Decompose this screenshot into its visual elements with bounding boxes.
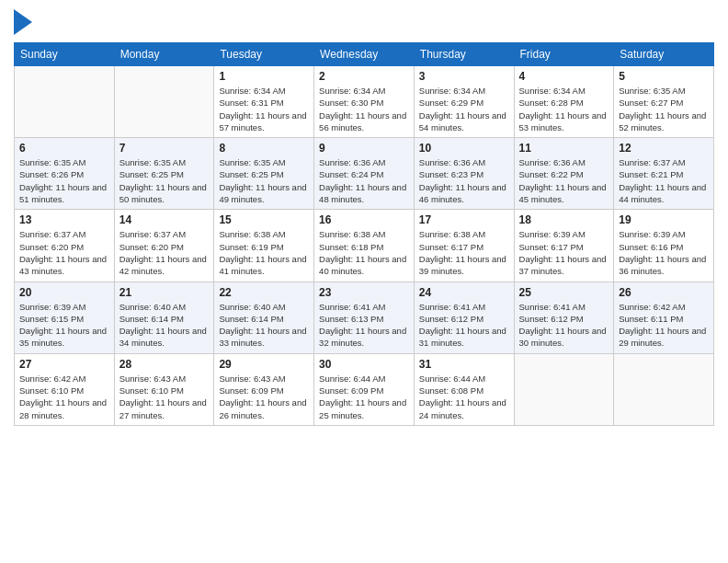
day-number: 12 [619,142,709,155]
day-info: Sunrise: 6:37 AM Sunset: 6:20 PM Dayligh… [19,228,109,277]
calendar-week-row: 6Sunrise: 6:35 AM Sunset: 6:26 PM Daylig… [15,138,714,210]
calendar-week-row: 20Sunrise: 6:39 AM Sunset: 6:15 PM Dayli… [15,282,714,353]
calendar-day-cell: 2Sunrise: 6:34 AM Sunset: 6:30 PM Daylig… [314,66,415,138]
day-number: 21 [119,286,210,299]
day-info: Sunrise: 6:34 AM Sunset: 6:31 PM Dayligh… [219,85,309,133]
day-number: 20 [19,286,109,299]
calendar-day-cell [15,66,115,138]
day-info: Sunrise: 6:35 AM Sunset: 6:25 PM Dayligh… [119,156,210,205]
calendar-day-cell: 17Sunrise: 6:38 AM Sunset: 6:17 PM Dayli… [414,210,514,282]
day-info: Sunrise: 6:39 AM Sunset: 6:15 PM Dayligh… [19,301,109,350]
day-info: Sunrise: 6:42 AM Sunset: 6:10 PM Dayligh… [19,373,109,421]
calendar-day-cell: 28Sunrise: 6:43 AM Sunset: 6:10 PM Dayli… [114,353,214,425]
calendar-day-cell: 18Sunrise: 6:39 AM Sunset: 6:17 PM Dayli… [514,210,614,282]
calendar-week-row: 1Sunrise: 6:34 AM Sunset: 6:31 PM Daylig… [15,66,714,138]
day-number: 17 [419,213,509,226]
day-number: 10 [419,142,509,155]
day-info: Sunrise: 6:41 AM Sunset: 6:13 PM Dayligh… [319,301,409,350]
calendar-week-row: 13Sunrise: 6:37 AM Sunset: 6:20 PM Dayli… [15,210,714,282]
calendar-table: SundayMondayTuesdayWednesdayThursdayFrid… [14,42,714,426]
day-info: Sunrise: 6:43 AM Sunset: 6:09 PM Dayligh… [219,373,309,421]
day-info: Sunrise: 6:38 AM Sunset: 6:17 PM Dayligh… [419,228,509,277]
day-info: Sunrise: 6:44 AM Sunset: 6:08 PM Dayligh… [419,373,509,421]
calendar-day-cell: 31Sunrise: 6:44 AM Sunset: 6:08 PM Dayli… [414,353,514,425]
page: SundayMondayTuesdayWednesdayThursdayFrid… [0,0,728,563]
day-number: 6 [19,142,109,155]
day-number: 5 [619,70,709,83]
day-of-week-header: Monday [114,43,214,66]
logo [14,9,36,35]
day-number: 13 [19,213,109,226]
calendar-day-cell: 12Sunrise: 6:37 AM Sunset: 6:21 PM Dayli… [614,138,714,210]
calendar-header-row: SundayMondayTuesdayWednesdayThursdayFrid… [15,43,714,66]
calendar-day-cell [514,353,614,425]
calendar-day-cell: 20Sunrise: 6:39 AM Sunset: 6:15 PM Dayli… [15,282,115,353]
calendar-day-cell: 22Sunrise: 6:40 AM Sunset: 6:14 PM Dayli… [214,282,314,353]
day-number: 29 [219,358,309,371]
day-number: 7 [119,142,210,155]
day-info: Sunrise: 6:43 AM Sunset: 6:10 PM Dayligh… [119,373,210,421]
day-info: Sunrise: 6:35 AM Sunset: 6:26 PM Dayligh… [19,156,109,205]
calendar-day-cell: 19Sunrise: 6:39 AM Sunset: 6:16 PM Dayli… [614,210,714,282]
calendar-day-cell: 11Sunrise: 6:36 AM Sunset: 6:22 PM Dayli… [514,138,614,210]
day-number: 18 [519,213,609,226]
day-number: 8 [219,142,309,155]
calendar-day-cell [114,66,214,138]
calendar-day-cell: 29Sunrise: 6:43 AM Sunset: 6:09 PM Dayli… [214,353,314,425]
day-number: 4 [519,70,609,83]
logo-icon [14,9,32,35]
day-number: 2 [319,70,409,83]
calendar-week-row: 27Sunrise: 6:42 AM Sunset: 6:10 PM Dayli… [15,353,714,425]
calendar-day-cell: 7Sunrise: 6:35 AM Sunset: 6:25 PM Daylig… [114,138,214,210]
calendar-day-cell: 5Sunrise: 6:35 AM Sunset: 6:27 PM Daylig… [614,66,714,138]
day-info: Sunrise: 6:38 AM Sunset: 6:18 PM Dayligh… [319,228,409,277]
day-info: Sunrise: 6:36 AM Sunset: 6:23 PM Dayligh… [419,156,509,205]
day-info: Sunrise: 6:34 AM Sunset: 6:29 PM Dayligh… [419,85,509,133]
calendar-day-cell: 9Sunrise: 6:36 AM Sunset: 6:24 PM Daylig… [314,138,415,210]
day-info: Sunrise: 6:41 AM Sunset: 6:12 PM Dayligh… [519,301,609,350]
day-info: Sunrise: 6:34 AM Sunset: 6:28 PM Dayligh… [519,85,609,133]
day-number: 27 [19,358,109,371]
day-info: Sunrise: 6:36 AM Sunset: 6:22 PM Dayligh… [519,156,609,205]
day-number: 1 [219,70,309,83]
day-number: 28 [119,358,210,371]
calendar-day-cell: 30Sunrise: 6:44 AM Sunset: 6:09 PM Dayli… [314,353,415,425]
calendar-day-cell [614,353,714,425]
calendar-day-cell: 10Sunrise: 6:36 AM Sunset: 6:23 PM Dayli… [414,138,514,210]
day-info: Sunrise: 6:44 AM Sunset: 6:09 PM Dayligh… [319,373,409,421]
day-number: 31 [419,358,509,371]
day-number: 26 [619,286,709,299]
day-of-week-header: Wednesday [314,43,415,66]
header [14,9,714,35]
calendar-day-cell: 24Sunrise: 6:41 AM Sunset: 6:12 PM Dayli… [414,282,514,353]
calendar-day-cell: 21Sunrise: 6:40 AM Sunset: 6:14 PM Dayli… [114,282,214,353]
calendar-day-cell: 16Sunrise: 6:38 AM Sunset: 6:18 PM Dayli… [314,210,415,282]
day-number: 14 [119,213,210,226]
day-info: Sunrise: 6:39 AM Sunset: 6:16 PM Dayligh… [619,228,709,277]
day-number: 24 [419,286,509,299]
calendar-day-cell: 6Sunrise: 6:35 AM Sunset: 6:26 PM Daylig… [15,138,115,210]
day-info: Sunrise: 6:37 AM Sunset: 6:21 PM Dayligh… [619,156,709,205]
calendar-day-cell: 25Sunrise: 6:41 AM Sunset: 6:12 PM Dayli… [514,282,614,353]
day-number: 19 [619,213,709,226]
day-info: Sunrise: 6:35 AM Sunset: 6:27 PM Dayligh… [619,85,709,133]
day-info: Sunrise: 6:38 AM Sunset: 6:19 PM Dayligh… [219,228,309,277]
calendar-day-cell: 15Sunrise: 6:38 AM Sunset: 6:19 PM Dayli… [214,210,314,282]
day-number: 16 [319,213,409,226]
calendar-day-cell: 13Sunrise: 6:37 AM Sunset: 6:20 PM Dayli… [15,210,115,282]
day-number: 3 [419,70,509,83]
calendar-day-cell: 1Sunrise: 6:34 AM Sunset: 6:31 PM Daylig… [214,66,314,138]
day-info: Sunrise: 6:40 AM Sunset: 6:14 PM Dayligh… [119,301,210,350]
day-info: Sunrise: 6:34 AM Sunset: 6:30 PM Dayligh… [319,85,409,133]
day-of-week-header: Saturday [614,43,714,66]
day-of-week-header: Sunday [15,43,115,66]
day-number: 9 [319,142,409,155]
day-number: 22 [219,286,309,299]
calendar-day-cell: 4Sunrise: 6:34 AM Sunset: 6:28 PM Daylig… [514,66,614,138]
calendar-day-cell: 23Sunrise: 6:41 AM Sunset: 6:13 PM Dayli… [314,282,415,353]
day-info: Sunrise: 6:35 AM Sunset: 6:25 PM Dayligh… [219,156,309,205]
day-info: Sunrise: 6:37 AM Sunset: 6:20 PM Dayligh… [119,228,210,277]
day-of-week-header: Thursday [414,43,514,66]
svg-marker-0 [14,9,32,35]
day-number: 23 [319,286,409,299]
